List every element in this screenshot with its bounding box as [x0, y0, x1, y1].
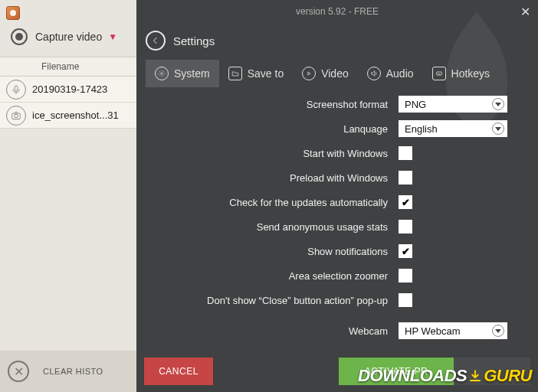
settings-overlay: version 5.92 - FREE ✕ Settings System Sa…: [136, 0, 538, 392]
checkbox-preload-windows[interactable]: [399, 171, 412, 185]
close-overlay-button[interactable]: ✕: [520, 5, 530, 19]
label-anon-stats: Send anonymous usage stats: [257, 221, 388, 233]
row-anon-stats: Send anonymous usage stats: [136, 214, 507, 239]
gear-icon: [155, 67, 169, 80]
file-row[interactable]: 20190319-17423: [0, 77, 136, 103]
tab-video[interactable]: Video: [293, 60, 358, 87]
tab-hotkeys[interactable]: Hotkeys: [423, 60, 500, 87]
label-webcam: Webcam: [349, 325, 388, 337]
label-language: Lanquage: [343, 123, 388, 135]
dropdown-language[interactable]: English: [399, 120, 507, 137]
settings-form: Screenshot format PNG Lanquage English S…: [136, 92, 538, 343]
microphone-icon: [6, 80, 26, 100]
row-start-windows: Start with Windows: [136, 141, 507, 165]
keyboard-icon: [432, 67, 446, 80]
dropdown-value: English: [405, 123, 438, 135]
tab-label: Video: [321, 67, 349, 80]
tab-label: Audio: [386, 67, 414, 80]
chevron-down-icon: [492, 325, 504, 337]
version-label: version 5.92 - FREE: [136, 6, 538, 17]
svg-rect-5: [436, 72, 441, 75]
tab-label: System: [174, 67, 210, 80]
row-preload-windows: Preload with Windows: [136, 165, 507, 190]
dropdown-webcam[interactable]: HP Webcam: [399, 322, 507, 339]
file-name: ice_screenshot...31: [32, 109, 119, 121]
row-close-popup: Don't show “Close” button action” pop-up: [136, 288, 507, 312]
camera-icon: [6, 106, 26, 126]
settings-header: Settings: [146, 31, 215, 51]
tab-label: Hotkeys: [451, 67, 490, 80]
dropdown-value: HP Webcam: [405, 325, 461, 337]
checkbox-area-zoomer[interactable]: [399, 269, 412, 283]
checkbox-close-popup[interactable]: [399, 293, 412, 307]
tab-save-to[interactable]: Save to: [219, 60, 293, 87]
label-check-updates: Check for the updates automatically: [229, 197, 388, 208]
row-screenshot-format: Screenshot format PNG: [136, 92, 507, 116]
row-check-updates: Check for the updates automatically: [136, 190, 507, 214]
svg-point-3: [161, 73, 163, 75]
watermark-part2: GURU: [484, 366, 532, 386]
label-area-zoomer: Area selection zoomer: [289, 270, 388, 282]
label-preload-windows: Preload with Windows: [290, 172, 388, 184]
tab-system[interactable]: System: [146, 60, 219, 87]
watermark: DOWNLOADS GURU: [358, 366, 532, 386]
sidebar: Capture video ▼ Filename 20190319-17423 …: [0, 0, 136, 392]
folder-icon: [228, 67, 242, 80]
label-screenshot-format: Screenshot format: [307, 99, 388, 110]
checkbox-check-updates[interactable]: [399, 195, 412, 209]
watermark-part1: DOWNLOADS: [358, 366, 467, 386]
chevron-down-icon: [492, 98, 504, 110]
row-language: Lanquage English: [136, 116, 507, 141]
file-row[interactable]: ice_screenshot...31: [0, 103, 136, 129]
clear-history-button[interactable]: CLEAR HISTO: [43, 367, 103, 376]
svg-marker-4: [308, 72, 310, 75]
app-icon: [6, 6, 20, 20]
settings-tabs: System Save to Video Audio Hotkeys: [136, 60, 538, 87]
label-close-popup: Don't show “Close” button action” pop-up: [207, 295, 388, 306]
checkbox-start-windows[interactable]: [399, 146, 412, 160]
file-list-header: Filename: [0, 57, 136, 77]
audio-icon: [367, 67, 381, 80]
label-notifications: Show notifications: [307, 246, 388, 257]
tab-label: Save to: [248, 67, 284, 80]
cancel-button[interactable]: CANCEL: [144, 358, 213, 385]
capture-label: Capture video: [35, 31, 102, 43]
row-notifications: Show notifications: [136, 239, 507, 263]
chevron-down-icon: ▼: [108, 31, 117, 42]
dropdown-value: PNG: [405, 99, 426, 110]
row-area-zoomer: Area selection zoomer: [136, 263, 507, 288]
close-icon[interactable]: ✕: [8, 361, 29, 382]
label-start-windows: Start with Windows: [303, 148, 388, 159]
svg-rect-0: [15, 85, 18, 90]
checkbox-anon-stats[interactable]: [399, 220, 412, 234]
capture-video-dropdown[interactable]: Capture video ▼: [0, 23, 136, 51]
svg-point-2: [15, 114, 18, 118]
chevron-down-icon: [492, 122, 504, 135]
back-button[interactable]: [146, 31, 166, 51]
row-webcam: Webcam HP Webcam: [136, 318, 507, 343]
file-name: 20190319-17423: [32, 83, 107, 95]
record-icon: [11, 28, 28, 45]
video-icon: [302, 67, 316, 80]
download-icon: [468, 369, 482, 383]
checkbox-notifications[interactable]: [399, 244, 412, 258]
sidebar-bottom-bar: ✕ CLEAR HISTO: [0, 351, 136, 392]
dropdown-screenshot-format[interactable]: PNG: [399, 96, 507, 113]
settings-title: Settings: [173, 34, 215, 47]
tab-audio[interactable]: Audio: [358, 60, 423, 87]
